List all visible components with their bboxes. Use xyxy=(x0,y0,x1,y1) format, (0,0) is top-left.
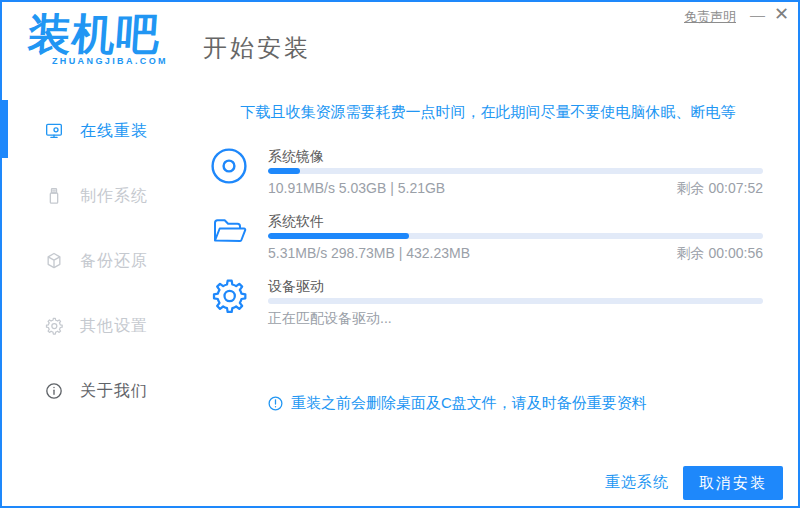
sidebar-item-backup-restore[interactable]: 备份还原 xyxy=(2,241,200,281)
sidebar-item-label: 制作系统 xyxy=(80,186,148,207)
sidebar-item-label: 备份还原 xyxy=(80,251,148,272)
backup-box-icon xyxy=(44,251,64,271)
section-device-drivers: 设备驱动 正在匹配设备驱动... xyxy=(209,278,764,343)
section-system-software: 系统软件 5.31MB/s 298.73MB | 432.23MB 剩余 00:… xyxy=(209,213,764,278)
monitor-icon xyxy=(44,121,64,141)
gear-icon xyxy=(209,276,249,316)
backup-warning-note: 重装之前会删除桌面及C盘文件，请及时备份重要资料 xyxy=(267,394,647,413)
sidebar-item-label: 关于我们 xyxy=(80,381,148,402)
section-system-image: 系统镜像 10.91MB/s 5.03GB | 5.21GB 剩余 00:07:… xyxy=(209,148,764,213)
download-sections: 系统镜像 10.91MB/s 5.03GB | 5.21GB 剩余 00:07:… xyxy=(209,148,764,343)
download-notice: 下载且收集资源需要耗费一点时间，在此期间尽量不要使电脑休眠、断电等 xyxy=(202,103,774,122)
disclaimer-link[interactable]: 免责声明 xyxy=(684,8,736,26)
usb-icon xyxy=(44,186,64,206)
info-icon xyxy=(44,381,64,401)
page-title: 开始安装 xyxy=(203,32,311,64)
app-logo: 装机吧 ZHUANGJIBA.COM xyxy=(28,10,168,66)
reselect-system-button[interactable]: 重选系统 xyxy=(605,473,669,492)
progress-bar xyxy=(268,298,763,304)
app-logo-text: 装机吧 xyxy=(26,10,169,59)
installer-window: 装机吧 ZHUANGJIBA.COM 开始安装 免责声明 — ✕ 在线重装 制作… xyxy=(0,0,800,508)
cancel-install-button[interactable]: 取消安装 xyxy=(683,466,783,500)
warning-circle-icon xyxy=(267,395,284,412)
section-stats: 5.31MB/s 298.73MB | 432.23MB xyxy=(268,245,470,263)
section-title: 系统镜像 xyxy=(268,148,763,165)
close-button[interactable]: ✕ xyxy=(774,4,789,24)
sidebar-item-make-system[interactable]: 制作系统 xyxy=(2,176,200,216)
minimize-button[interactable]: — xyxy=(750,5,765,25)
section-title: 系统软件 xyxy=(268,213,763,230)
progress-bar xyxy=(268,168,763,174)
progress-bar xyxy=(268,233,763,239)
gear-icon xyxy=(44,316,64,336)
disc-icon xyxy=(209,146,249,186)
folder-icon xyxy=(209,211,249,251)
section-stats: 正在匹配设备驱动... xyxy=(268,310,392,328)
sidebar-item-about-us[interactable]: 关于我们 xyxy=(2,371,200,411)
section-title: 设备驱动 xyxy=(268,278,763,295)
sidebar-item-other-settings[interactable]: 其他设置 xyxy=(2,306,200,346)
sidebar-item-label: 其他设置 xyxy=(80,316,148,337)
sidebar-item-online-reinstall[interactable]: 在线重装 xyxy=(2,111,200,151)
sidebar-item-label: 在线重装 xyxy=(80,121,148,142)
section-stats: 10.91MB/s 5.03GB | 5.21GB xyxy=(268,180,445,198)
progress-bar-fill xyxy=(268,233,409,239)
section-remaining-time: 剩余 00:00:56 xyxy=(677,245,763,263)
section-remaining-time: 剩余 00:07:52 xyxy=(677,180,763,198)
progress-bar-fill xyxy=(268,168,300,174)
backup-warning-text: 重装之前会删除桌面及C盘文件，请及时备份重要资料 xyxy=(291,394,647,413)
